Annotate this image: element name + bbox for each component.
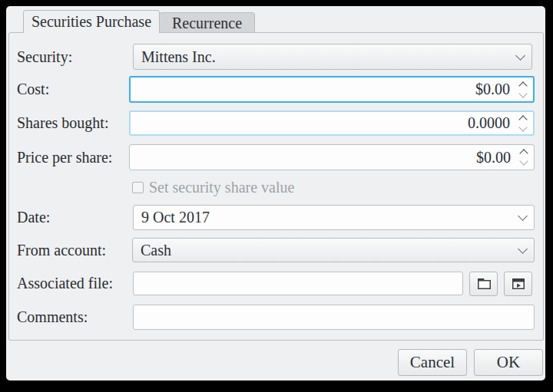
date-label: Date: [17,205,50,230]
comments-label: Comments: [17,305,88,330]
securities-purchase-dialog: Securities Purchase Recurrence Security:… [6,6,545,380]
security-value: Mittens Inc. [141,48,216,66]
browse-file-button[interactable] [469,272,498,296]
from-account-combobox[interactable]: Cash [132,238,535,262]
tab-recurrence[interactable]: Recurrence [159,12,255,33]
ok-button[interactable]: OK [474,349,543,376]
cost-label: Cost: [17,76,49,103]
shares-bought-label: Shares bought: [17,110,108,136]
tab-label: Recurrence [172,15,242,32]
spinner-buttons[interactable] [518,117,528,130]
set-security-share-value-checkbox: Set security share value [132,178,294,196]
date-value: 9 Oct 2017 [141,209,210,226]
price-per-share-value: $0.00 [476,149,511,166]
cancel-button[interactable]: Cancel [398,349,467,376]
chevron-down-icon [518,211,528,221]
associated-file-input[interactable] [133,272,463,295]
checkbox-icon [132,182,144,193]
cost-value: $0.00 [475,81,510,98]
security-combobox[interactable]: Mittens Inc. [133,44,532,70]
chevron-down-icon [519,156,528,165]
chevron-down-icon [518,244,528,254]
associated-file-label: Associated file: [17,272,113,295]
date-combobox[interactable]: 9 Oct 2017 [133,205,535,230]
shares-bought-spinbox[interactable]: 0.0000 [129,110,535,136]
comments-input[interactable] [133,305,535,330]
spinner-buttons[interactable] [518,150,529,164]
ok-button-label: OK [497,353,520,372]
tab-label: Securities Purchase [31,13,151,31]
spinner-buttons[interactable] [518,83,528,97]
window-run-icon [510,275,527,292]
shares-bought-value: 0.0000 [468,114,510,132]
open-file-button[interactable] [504,272,532,296]
chevron-down-icon [518,123,527,131]
folder-icon [475,275,492,292]
security-label: Security: [17,44,72,70]
price-per-share-label: Price per share: [17,144,112,170]
from-account-value: Cash [141,242,171,259]
price-per-share-spinbox[interactable]: $0.00 [129,144,535,170]
chevron-down-icon [518,89,527,97]
checkbox-label: Set security share value [149,179,294,196]
chevron-down-icon [515,51,525,61]
from-account-label: From account: [17,238,106,262]
tab-securities-purchase[interactable]: Securities Purchase [23,10,160,33]
cancel-button-label: Cancel [410,353,455,372]
cost-spinbox[interactable]: $0.00 [129,76,535,103]
